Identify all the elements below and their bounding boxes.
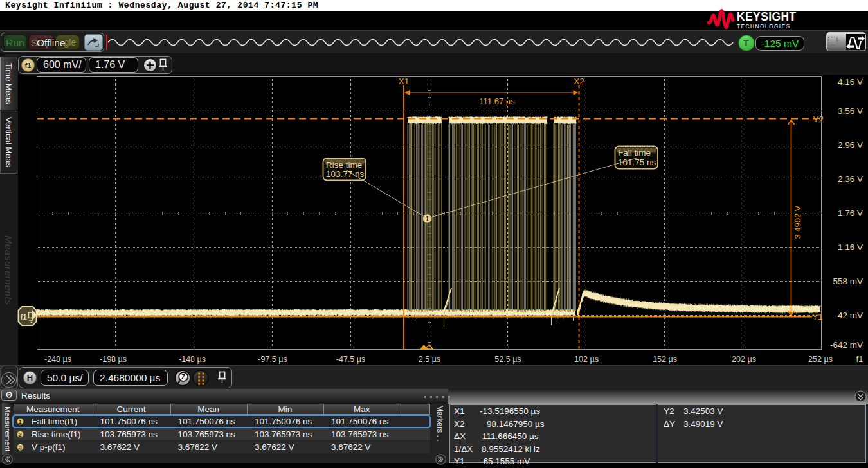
svg-text:3.56 V: 3.56 V [838, 106, 863, 116]
svg-text:Z: Z [181, 373, 186, 381]
svg-text:-248 µs: -248 µs [44, 355, 71, 364]
svg-text:1: 1 [426, 215, 429, 222]
svg-text:2.5 µs: 2.5 µs [419, 355, 440, 364]
svg-text:252 µs: 252 µs [808, 355, 833, 364]
svg-text:f1: f1 [856, 354, 863, 364]
svg-text:X2: X2 [574, 76, 584, 86]
svg-text:202 µs: 202 µs [732, 355, 756, 364]
svg-text:Y1: Y1 [812, 312, 823, 321]
svg-text:52.5 µs: 52.5 µs [494, 355, 521, 364]
svg-text:101.75 ns: 101.75 ns [618, 158, 656, 167]
svg-text:-642 mV: -642 mV [830, 340, 863, 350]
svg-text:–Y2: –Y2 [808, 114, 824, 124]
svg-text:Rise time: Rise time [326, 160, 362, 170]
svg-text:-42 mV: -42 mV [835, 310, 863, 320]
svg-text:2.96 V: 2.96 V [838, 140, 863, 150]
svg-text:558 mV: 558 mV [833, 276, 863, 286]
svg-text:-47.5 µs: -47.5 µs [336, 355, 365, 364]
svg-text:3.4902 V: 3.4902 V [793, 205, 802, 239]
svg-text:1.16 V: 1.16 V [838, 242, 863, 252]
svg-text:f1: f1 [21, 313, 28, 321]
svg-text:2.36 V: 2.36 V [838, 174, 863, 184]
svg-text:Fall time: Fall time [618, 148, 651, 158]
svg-text:-97.5 µs: -97.5 µs [258, 355, 287, 364]
svg-text:-198 µs: -198 µs [100, 355, 127, 364]
svg-text:X1: X1 [399, 76, 410, 86]
svg-text:111.67 µs: 111.67 µs [479, 96, 515, 106]
svg-text:4.16 V: 4.16 V [838, 77, 863, 87]
svg-text:-148 µs: -148 µs [179, 355, 206, 364]
svg-text:1.76 V: 1.76 V [838, 208, 863, 218]
svg-text:152 µs: 152 µs [653, 355, 677, 364]
svg-text:102 µs: 102 µs [574, 355, 599, 364]
